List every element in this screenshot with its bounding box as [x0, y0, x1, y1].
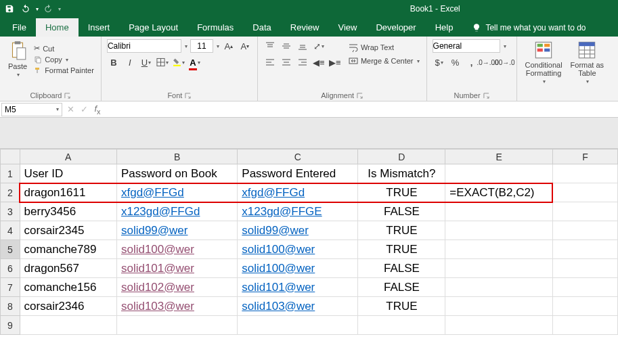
select-all-corner[interactable] [1, 150, 20, 164]
cell-C1[interactable]: Password Entered [238, 164, 358, 183]
cell-F9[interactable] [552, 316, 617, 335]
border-button[interactable]: ▾ [156, 55, 169, 69]
tab-insert[interactable]: Insert [79, 18, 120, 37]
fx-icon[interactable]: fx [91, 104, 104, 116]
align-bottom-icon[interactable] [296, 39, 309, 53]
cell-E1[interactable] [445, 164, 553, 183]
hyperlink[interactable]: x123gd@FFGE [242, 205, 322, 218]
dialog-launcher-icon[interactable] [64, 93, 70, 99]
cell-A5[interactable]: comanche789 [20, 240, 116, 259]
bold-button[interactable]: B [107, 55, 120, 69]
row-header-3[interactable]: 3 [1, 202, 20, 221]
format-painter-button[interactable]: Format Painter [32, 66, 95, 75]
align-right-icon[interactable] [296, 55, 309, 69]
fill-color-button[interactable]: ▾ [172, 55, 185, 69]
hyperlink[interactable]: xfgd@FFGd [121, 186, 184, 199]
conditional-formatting-button[interactable]: Conditional Formatting▾ [523, 39, 565, 86]
row-header-1[interactable]: 1 [1, 164, 20, 183]
font-size-input[interactable] [190, 39, 213, 53]
cell-C4[interactable]: solid99@wer [238, 221, 358, 240]
col-header-B[interactable]: B [116, 150, 237, 164]
cell-D1[interactable]: Is Mismatch? [358, 164, 445, 183]
dialog-launcher-icon[interactable] [357, 93, 363, 99]
cell-B7[interactable]: solid102@wer [116, 278, 237, 297]
cell-E5[interactable] [445, 240, 553, 259]
decrease-indent-icon[interactable]: ◀≡ [312, 55, 326, 69]
cell-E4[interactable] [445, 221, 553, 240]
cell-C2[interactable]: xfgd@FFGd [238, 183, 358, 202]
align-left-icon[interactable] [263, 55, 277, 69]
chevron-down-icon[interactable]: ▾ [217, 43, 219, 49]
tab-view[interactable]: View [328, 18, 366, 37]
decrease-font-icon[interactable]: A▾ [238, 39, 252, 53]
tab-formulas[interactable]: Formulas [187, 18, 243, 37]
cell-D3[interactable]: FALSE [358, 202, 445, 221]
dialog-launcher-icon[interactable] [185, 93, 191, 99]
hyperlink[interactable]: solid101@wer [242, 281, 315, 294]
hyperlink[interactable]: solid101@wer [121, 262, 194, 275]
cell-C5[interactable]: solid100@wer [238, 240, 358, 259]
cell-F5[interactable] [552, 240, 617, 259]
cancel-icon[interactable]: ✕ [64, 104, 77, 114]
chevron-down-icon[interactable]: ▾ [504, 43, 506, 49]
hyperlink[interactable]: solid103@wer [121, 300, 194, 313]
increase-font-icon[interactable]: A▴ [222, 39, 236, 53]
number-format-select[interactable] [433, 39, 500, 53]
cell-B2[interactable]: xfgd@FFGd [116, 183, 237, 202]
row-header-4[interactable]: 4 [1, 221, 20, 240]
increase-indent-icon[interactable]: ▶≡ [328, 55, 342, 69]
cell-B4[interactable]: solid99@wer [116, 221, 237, 240]
italic-button[interactable]: I [123, 55, 137, 69]
cell-F3[interactable] [552, 202, 617, 221]
cell-C9[interactable] [238, 316, 358, 335]
orientation-icon[interactable]: ⤢▾ [312, 39, 326, 53]
chevron-down-icon[interactable]: ▾ [36, 6, 39, 12]
tab-review[interactable]: Review [281, 18, 329, 37]
col-header-A[interactable]: A [20, 150, 116, 164]
cell-C6[interactable]: solid100@wer [238, 259, 358, 278]
formula-input[interactable] [104, 103, 618, 116]
cut-button[interactable]: ✂Cut [32, 43, 95, 53]
save-icon[interactable] [3, 2, 16, 16]
hyperlink[interactable]: solid103@wer [242, 300, 315, 313]
cell-A4[interactable]: corsair2345 [20, 221, 116, 240]
cell-E2[interactable]: =EXACT(B2,C2) [445, 183, 553, 202]
cell-A9[interactable] [20, 316, 116, 335]
format-as-table-button[interactable]: Format as Table▾ [568, 39, 607, 86]
cell-F4[interactable] [552, 221, 617, 240]
cell-E6[interactable] [445, 259, 553, 278]
hyperlink[interactable]: xfgd@FFGd [242, 186, 305, 199]
hyperlink[interactable]: solid99@wer [242, 224, 309, 237]
font-color-button[interactable]: A▾ [188, 55, 202, 69]
align-center-icon[interactable] [280, 55, 293, 69]
cell-B3[interactable]: x123gd@FFGd [116, 202, 237, 221]
accounting-format-icon[interactable]: $▾ [433, 55, 446, 69]
tell-me-search[interactable]: Tell me what you want to do [462, 19, 595, 37]
undo-icon[interactable] [19, 2, 32, 16]
name-box[interactable]: M5▾ [1, 103, 62, 116]
tab-data[interactable]: Data [243, 18, 280, 37]
chevron-down-icon[interactable]: ▾ [185, 43, 187, 49]
hyperlink[interactable]: solid100@wer [242, 243, 315, 256]
hyperlink[interactable]: x123gd@FFGd [121, 205, 200, 218]
col-header-F[interactable]: F [552, 150, 617, 164]
cell-A3[interactable]: berry3456 [20, 202, 116, 221]
tab-developer[interactable]: Developer [366, 18, 425, 37]
hyperlink[interactable]: solid100@wer [121, 243, 194, 256]
merge-center-button[interactable]: Merge & Center▾ [347, 55, 421, 66]
cell-D5[interactable]: TRUE [358, 240, 445, 259]
tab-page-layout[interactable]: Page Layout [119, 18, 187, 37]
cell-F8[interactable] [552, 297, 617, 316]
cell-A2[interactable]: dragon1611 [20, 183, 116, 202]
row-header-9[interactable]: 9 [1, 316, 20, 335]
cell-D9[interactable] [358, 316, 445, 335]
percent-format-icon[interactable]: % [449, 55, 462, 69]
cell-D4[interactable]: TRUE [358, 221, 445, 240]
tab-file[interactable]: File [3, 18, 36, 37]
align-top-icon[interactable] [263, 39, 277, 53]
row-header-6[interactable]: 6 [1, 259, 20, 278]
hyperlink[interactable]: solid100@wer [242, 262, 315, 275]
dialog-launcher-icon[interactable] [483, 93, 489, 99]
cell-E7[interactable] [445, 278, 553, 297]
row-header-7[interactable]: 7 [1, 278, 20, 297]
